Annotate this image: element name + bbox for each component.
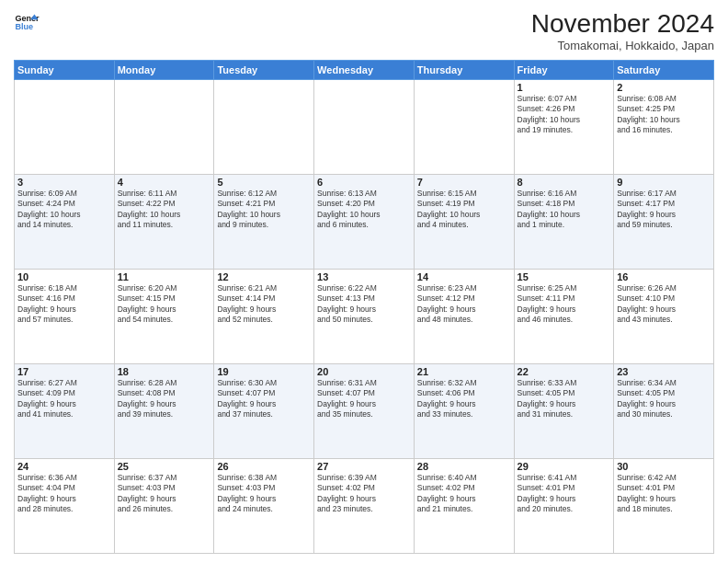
day-number: 28: [417, 461, 511, 472]
day-info: Sunrise: 6:42 AM Sunset: 4:01 PM Dayligh…: [617, 473, 711, 515]
calendar-table: Sunday Monday Tuesday Wednesday Thursday…: [14, 60, 714, 554]
table-row: 7Sunrise: 6:15 AM Sunset: 4:19 PM Daylig…: [414, 175, 514, 270]
calendar-week-4: 17Sunrise: 6:27 AM Sunset: 4:09 PM Dayli…: [15, 364, 714, 459]
day-number: 25: [118, 461, 211, 472]
day-info: Sunrise: 6:13 AM Sunset: 4:20 PM Dayligh…: [317, 189, 411, 231]
day-info: Sunrise: 6:11 AM Sunset: 4:22 PM Dayligh…: [118, 189, 211, 231]
calendar-week-3: 10Sunrise: 6:18 AM Sunset: 4:16 PM Dayli…: [15, 270, 714, 364]
table-row: 16Sunrise: 6:26 AM Sunset: 4:10 PM Dayli…: [614, 270, 714, 364]
table-row: 10Sunrise: 6:18 AM Sunset: 4:16 PM Dayli…: [15, 270, 115, 364]
table-row: [214, 80, 314, 175]
table-row: 21Sunrise: 6:32 AM Sunset: 4:06 PM Dayli…: [414, 364, 514, 459]
table-row: [15, 80, 115, 175]
table-row: 25Sunrise: 6:37 AM Sunset: 4:03 PM Dayli…: [114, 459, 214, 554]
day-info: Sunrise: 6:23 AM Sunset: 4:12 PM Dayligh…: [417, 283, 511, 326]
table-row: 5Sunrise: 6:12 AM Sunset: 4:21 PM Daylig…: [214, 175, 314, 270]
col-tuesday: Tuesday: [214, 61, 314, 80]
day-number: 6: [317, 177, 411, 188]
day-info: Sunrise: 6:28 AM Sunset: 4:08 PM Dayligh…: [118, 378, 211, 420]
day-number: 12: [217, 271, 311, 282]
table-row: 8Sunrise: 6:16 AM Sunset: 4:18 PM Daylig…: [514, 175, 614, 270]
svg-text:Blue: Blue: [15, 22, 33, 31]
day-number: 14: [417, 271, 511, 282]
day-number: 13: [317, 271, 411, 282]
day-number: 7: [417, 177, 511, 188]
day-info: Sunrise: 6:36 AM Sunset: 4:04 PM Dayligh…: [17, 473, 111, 515]
day-info: Sunrise: 6:41 AM Sunset: 4:01 PM Dayligh…: [518, 473, 611, 515]
day-info: Sunrise: 6:40 AM Sunset: 4:02 PM Dayligh…: [417, 473, 511, 515]
day-number: 24: [17, 461, 111, 472]
col-sunday: Sunday: [15, 61, 115, 80]
day-number: 21: [417, 366, 511, 377]
month-title: November 2024: [531, 9, 714, 39]
table-row: 1Sunrise: 6:07 AM Sunset: 4:26 PM Daylig…: [514, 80, 614, 175]
table-row: 13Sunrise: 6:22 AM Sunset: 4:13 PM Dayli…: [314, 270, 415, 364]
logo: General Blue: [14, 9, 40, 35]
table-row: [314, 80, 415, 175]
table-row: 14Sunrise: 6:23 AM Sunset: 4:12 PM Dayli…: [414, 270, 514, 364]
header: General Blue November 2024 Tomakomai, Ho…: [14, 9, 714, 52]
day-info: Sunrise: 6:15 AM Sunset: 4:19 PM Dayligh…: [417, 189, 511, 231]
day-info: Sunrise: 6:07 AM Sunset: 4:26 PM Dayligh…: [518, 94, 611, 136]
table-row: 27Sunrise: 6:39 AM Sunset: 4:02 PM Dayli…: [314, 459, 415, 554]
table-row: 28Sunrise: 6:40 AM Sunset: 4:02 PM Dayli…: [414, 459, 514, 554]
day-number: 18: [118, 366, 211, 377]
table-row: 11Sunrise: 6:20 AM Sunset: 4:15 PM Dayli…: [114, 270, 214, 364]
day-info: Sunrise: 6:31 AM Sunset: 4:07 PM Dayligh…: [317, 378, 411, 420]
day-number: 22: [518, 366, 611, 377]
day-number: 2: [617, 82, 711, 93]
title-block: November 2024 Tomakomai, Hokkaido, Japan: [531, 9, 714, 52]
logo-icon: General Blue: [14, 9, 40, 35]
table-row: 20Sunrise: 6:31 AM Sunset: 4:07 PM Dayli…: [314, 364, 415, 459]
day-number: 20: [317, 366, 411, 377]
day-info: Sunrise: 6:32 AM Sunset: 4:06 PM Dayligh…: [417, 378, 511, 420]
day-number: 30: [617, 461, 711, 472]
col-friday: Friday: [514, 61, 614, 80]
table-row: 22Sunrise: 6:33 AM Sunset: 4:05 PM Dayli…: [514, 364, 614, 459]
day-info: Sunrise: 6:18 AM Sunset: 4:16 PM Dayligh…: [17, 283, 111, 326]
day-info: Sunrise: 6:37 AM Sunset: 4:03 PM Dayligh…: [118, 473, 211, 515]
day-number: 29: [518, 461, 611, 472]
day-info: Sunrise: 6:12 AM Sunset: 4:21 PM Dayligh…: [217, 189, 311, 231]
day-info: Sunrise: 6:22 AM Sunset: 4:13 PM Dayligh…: [317, 283, 411, 326]
table-row: 30Sunrise: 6:42 AM Sunset: 4:01 PM Dayli…: [614, 459, 714, 554]
table-row: 18Sunrise: 6:28 AM Sunset: 4:08 PM Dayli…: [114, 364, 214, 459]
day-number: 8: [518, 177, 611, 188]
calendar-week-2: 3Sunrise: 6:09 AM Sunset: 4:24 PM Daylig…: [15, 175, 714, 270]
day-info: Sunrise: 6:38 AM Sunset: 4:03 PM Dayligh…: [217, 473, 311, 515]
day-info: Sunrise: 6:16 AM Sunset: 4:18 PM Dayligh…: [518, 189, 611, 231]
table-row: 17Sunrise: 6:27 AM Sunset: 4:09 PM Dayli…: [15, 364, 115, 459]
day-info: Sunrise: 6:26 AM Sunset: 4:10 PM Dayligh…: [617, 283, 711, 326]
day-info: Sunrise: 6:20 AM Sunset: 4:15 PM Dayligh…: [118, 283, 211, 326]
day-number: 9: [617, 177, 711, 188]
location: Tomakomai, Hokkaido, Japan: [531, 39, 714, 52]
day-info: Sunrise: 6:25 AM Sunset: 4:11 PM Dayligh…: [518, 283, 611, 326]
day-number: 27: [317, 461, 411, 472]
day-number: 17: [17, 366, 111, 377]
col-monday: Monday: [114, 61, 214, 80]
day-number: 11: [118, 271, 211, 282]
day-number: 15: [518, 271, 611, 282]
day-info: Sunrise: 6:27 AM Sunset: 4:09 PM Dayligh…: [17, 378, 111, 420]
table-row: 19Sunrise: 6:30 AM Sunset: 4:07 PM Dayli…: [214, 364, 314, 459]
day-number: 26: [217, 461, 311, 472]
day-info: Sunrise: 6:21 AM Sunset: 4:14 PM Dayligh…: [217, 283, 311, 326]
day-info: Sunrise: 6:30 AM Sunset: 4:07 PM Dayligh…: [217, 378, 311, 420]
day-number: 4: [118, 177, 211, 188]
day-number: 10: [17, 271, 111, 282]
day-number: 16: [617, 271, 711, 282]
table-row: 6Sunrise: 6:13 AM Sunset: 4:20 PM Daylig…: [314, 175, 415, 270]
col-wednesday: Wednesday: [314, 61, 415, 80]
table-row: 23Sunrise: 6:34 AM Sunset: 4:05 PM Dayli…: [614, 364, 714, 459]
table-row: 3Sunrise: 6:09 AM Sunset: 4:24 PM Daylig…: [15, 175, 115, 270]
day-info: Sunrise: 6:33 AM Sunset: 4:05 PM Dayligh…: [518, 378, 611, 420]
table-row: 4Sunrise: 6:11 AM Sunset: 4:22 PM Daylig…: [114, 175, 214, 270]
day-info: Sunrise: 6:34 AM Sunset: 4:05 PM Dayligh…: [617, 378, 711, 420]
table-row: 29Sunrise: 6:41 AM Sunset: 4:01 PM Dayli…: [514, 459, 614, 554]
table-row: 26Sunrise: 6:38 AM Sunset: 4:03 PM Dayli…: [214, 459, 314, 554]
col-saturday: Saturday: [614, 61, 714, 80]
table-row: 2Sunrise: 6:08 AM Sunset: 4:25 PM Daylig…: [614, 80, 714, 175]
day-info: Sunrise: 6:17 AM Sunset: 4:17 PM Dayligh…: [617, 189, 711, 231]
calendar-week-1: 1Sunrise: 6:07 AM Sunset: 4:26 PM Daylig…: [15, 80, 714, 175]
day-number: 1: [518, 82, 611, 93]
